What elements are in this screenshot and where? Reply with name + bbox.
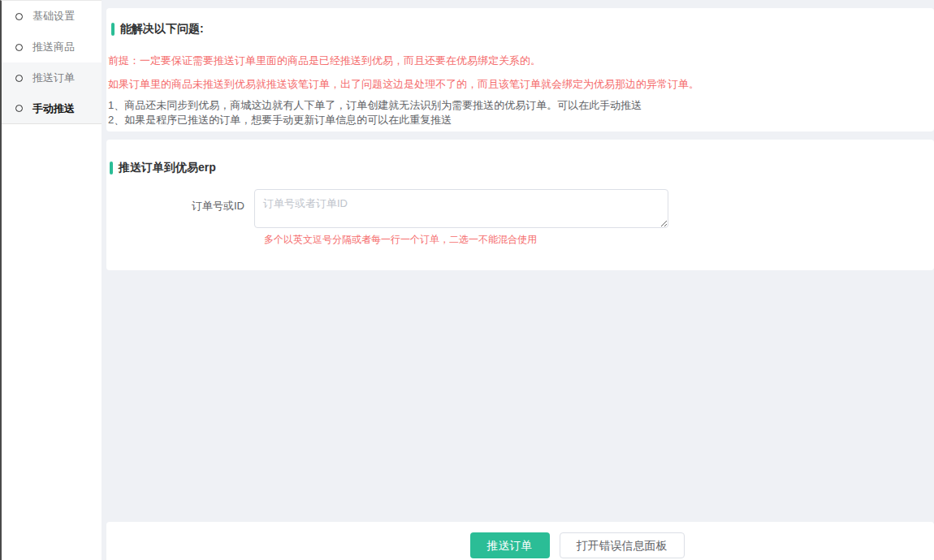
sidebar-item-label: 推送订单 <box>32 71 75 85</box>
note-item: 2、如果是程序已推送的订单，想要手动更新订单信息的可以在此重复推送 <box>108 113 926 127</box>
push-order-button[interactable]: 推送订单 <box>470 532 550 558</box>
order-id-label: 订单号或ID <box>106 189 254 228</box>
section-accent-bar <box>111 23 115 36</box>
sidebar-item-push-products[interactable]: 推送商品 <box>2 32 102 62</box>
open-error-panel-button[interactable]: 打开错误信息面板 <box>560 532 685 558</box>
section-title-text: 推送订单到优易erp <box>119 161 216 175</box>
sidebar-item-label: 手动推送 <box>32 101 75 116</box>
section-title-text: 能解决以下问题: <box>120 22 204 37</box>
main-content: 能解决以下问题: 前提：一定要保证需要推送订单里面的商品是已经推送到优易，而且还… <box>102 0 934 560</box>
section-accent-bar <box>110 162 113 174</box>
order-id-helper-text: 多个以英文逗号分隔或者每一行一个订单，二选一不能混合使用 <box>264 233 926 247</box>
warning-text: 如果订单里的商品未推送到优易就推送该笔订单，出了问题这边是处理不了的，而且该笔订… <box>108 78 926 90</box>
radio-circle-icon <box>15 105 23 112</box>
sidebar-item-label: 推送商品 <box>32 40 75 54</box>
footer-action-bar: 推送订单 打开错误信息面板 <box>106 522 934 560</box>
sidebar-item-manual-push[interactable]: 手动推送 <box>2 93 102 124</box>
push-order-card: 推送订单到优易erp 订单号或ID 多个以英文逗号分隔或者每一行一个订单，二选一… <box>106 140 934 270</box>
problems-card: 能解决以下问题: 前提：一定要保证需要推送订单里面的商品是已经推送到优易，而且还… <box>106 8 934 131</box>
warning-text: 前提：一定要保证需要推送订单里面的商品是已经推送到优易，而且还要在优易绑定关系的… <box>108 54 926 67</box>
sidebar: 基础设置 推送商品 推送订单 手动推送 <box>0 0 102 560</box>
order-id-form-row: 订单号或ID <box>106 189 926 228</box>
order-id-textarea[interactable] <box>254 189 668 228</box>
sidebar-item-label: 基础设置 <box>32 9 75 24</box>
radio-circle-icon <box>15 13 23 20</box>
sidebar-item-basic-settings[interactable]: 基础设置 <box>2 1 102 32</box>
note-item: 1、商品还未同步到优易，商城这边就有人下单了，订单创建就无法识别为需要推送的优易… <box>108 98 926 113</box>
notes-list: 1、商品还未同步到优易，商城这边就有人下单了，订单创建就无法识别为需要推送的优易… <box>108 98 926 127</box>
sidebar-item-push-orders[interactable]: 推送订单 <box>2 62 102 93</box>
radio-circle-icon <box>15 44 23 51</box>
push-card-title: 推送订单到优易erp <box>110 161 926 175</box>
content-spacer <box>106 270 934 522</box>
radio-circle-icon <box>15 75 23 82</box>
problems-card-title: 能解决以下问题: <box>111 22 926 37</box>
